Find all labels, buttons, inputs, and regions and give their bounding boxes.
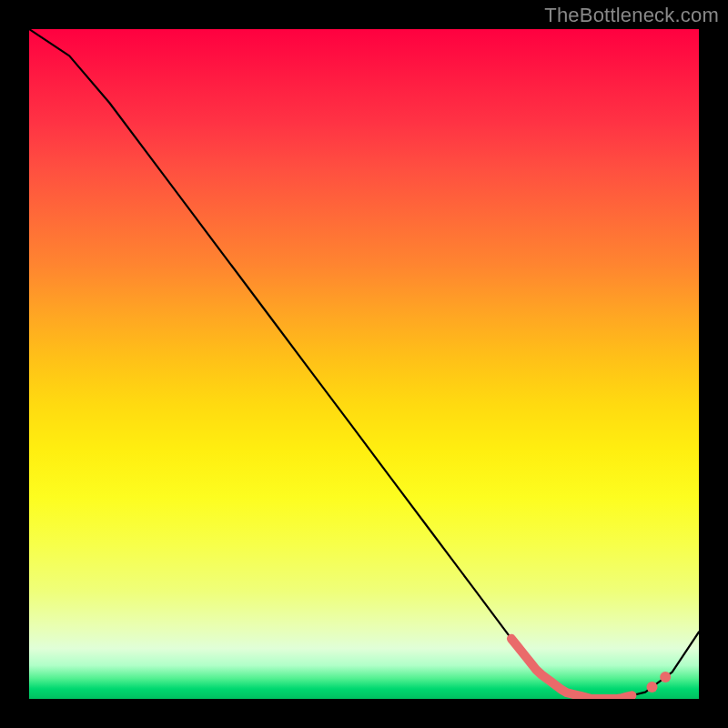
plot-area — [29, 29, 699, 699]
plot-svg — [29, 29, 699, 699]
chart-frame: TheBottleneck.com — [0, 0, 728, 728]
bottleneck-curve — [29, 29, 699, 699]
highlight-dot — [647, 682, 658, 693]
highlight-segment — [511, 639, 632, 699]
highlight-dot — [660, 672, 671, 682]
watermark-text: TheBottleneck.com — [544, 4, 719, 27]
